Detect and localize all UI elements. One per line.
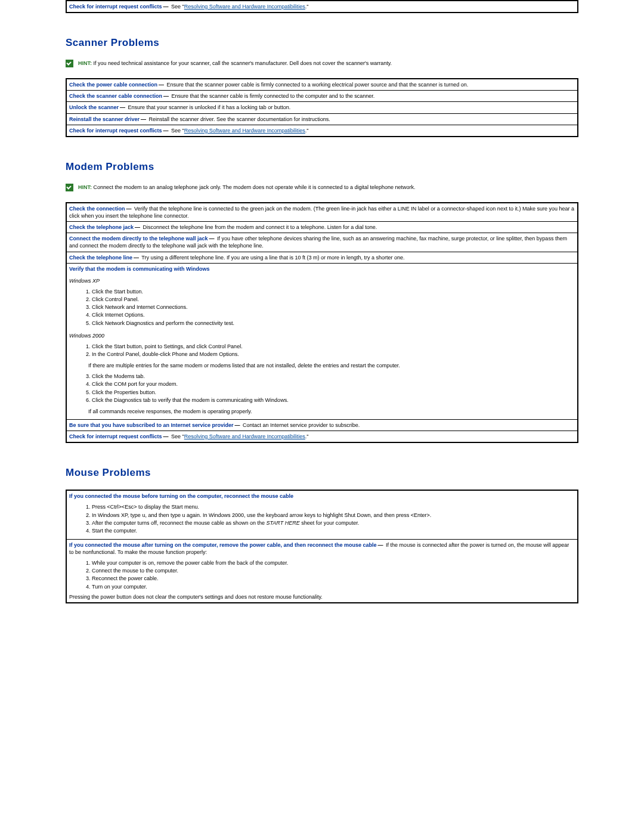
- table-row: Verify that the modem is communicating w…: [66, 263, 578, 419]
- list-item: Click Network and Internet Connections.: [92, 304, 575, 311]
- table-row: Check the power cable connection— Ensure…: [66, 79, 578, 91]
- mouse-r2-steps: While your computer is on, remove the po…: [69, 559, 575, 591]
- w2k-steps-b: Click the Modems tab. Click the COM port…: [69, 373, 575, 404]
- list-item: Turn on your computer.: [92, 583, 575, 591]
- hint-text: If you need technical assistance for you…: [92, 60, 392, 66]
- modem-hint: HINT: Connect the modem to an analog tel…: [66, 184, 578, 191]
- top-orphan-table: Check for interrupt request conflicts— S…: [66, 0, 578, 13]
- list-item: Press <Ctrl><Esc> to display the Start m…: [92, 503, 575, 511]
- scanner-hint: HINT: If you need technical assistance f…: [66, 60, 578, 67]
- xp-steps: Click the Start button. Click Control Pa…: [69, 288, 575, 327]
- list-item: Click the Diagnostics tab to verify that…: [92, 397, 575, 404]
- list-item: After the computer turns off, reconnect …: [92, 519, 575, 527]
- mouse-heading: Mouse Problems: [66, 467, 578, 479]
- scanner-table: Check the power cable connection— Ensure…: [66, 78, 578, 137]
- mouse-r2-tail: Pressing the power button does not clear…: [69, 593, 575, 600]
- table-row: Check the scanner cable connection— Ensu…: [66, 91, 578, 102]
- windows-xp-label: Windows XP: [69, 277, 575, 284]
- orphan-title: Check for interrupt request conflicts: [69, 4, 162, 10]
- verify-modem-title: Verify that the modem is communicating w…: [69, 265, 575, 272]
- table-row: Connect the modem directly to the teleph…: [66, 233, 578, 252]
- table-row: Check the telephone line— Try using a di…: [66, 252, 578, 263]
- mouse-r1-title: If you connected the mouse before turnin…: [69, 493, 575, 500]
- hint-check-icon: [66, 60, 73, 67]
- hint-label: HINT:: [78, 184, 92, 190]
- table-row: If you connected the mouse after turning…: [66, 539, 578, 602]
- table-row: Reinstall the scanner driver— Reinstall …: [66, 113, 578, 125]
- mouse-r2-title: If you connected the mouse after turning…: [69, 542, 377, 548]
- table-row: Check for interrupt request conflicts— S…: [66, 125, 578, 137]
- table-row: Be sure that you have subscribed to an I…: [66, 419, 578, 431]
- list-item: In the Control Panel, double-click Phone…: [92, 351, 575, 358]
- incompat-link[interactable]: Resolving Software and Hardware Incompat…: [184, 433, 305, 439]
- table-row: Unlock the scanner— Ensure that your sca…: [66, 102, 578, 113]
- list-item: Reconnect the power cable.: [92, 575, 575, 583]
- list-item: Click the Start button, point to Setting…: [92, 343, 575, 351]
- scanner-heading: Scanner Problems: [66, 37, 578, 49]
- start-here-italic: START HERE: [267, 520, 300, 526]
- list-item: Click Internet Options.: [92, 311, 575, 319]
- list-item: Start the computer.: [92, 527, 575, 535]
- incompat-link[interactable]: Resolving Software and Hardware Incompat…: [184, 4, 305, 10]
- w2k-steps-a: Click the Start button, point to Setting…: [69, 343, 575, 358]
- orphan-row: Check for interrupt request conflicts— S…: [66, 1, 578, 13]
- list-item: Click the Start button.: [92, 288, 575, 296]
- mouse-r1-steps: Press <Ctrl><Esc> to display the Start m…: [69, 503, 575, 535]
- list-item: While your computer is on, remove the po…: [92, 559, 575, 567]
- list-item: Connect the mouse to the computer.: [92, 567, 575, 575]
- w2k-note-b: If all commands receive responses, the m…: [88, 408, 575, 415]
- list-item: In Windows XP, type u, and then type u a…: [92, 512, 575, 519]
- list-item: Click Network Diagnostics and perform th…: [92, 320, 575, 327]
- modem-table: Check the connection— Verify that the te…: [66, 202, 578, 443]
- table-row: Check the telephone jack— Disconnect the…: [66, 222, 578, 233]
- w2k-note-a: If there are multiple entries for the sa…: [88, 362, 575, 369]
- hint-check-icon: [66, 184, 73, 191]
- incompat-link[interactable]: Resolving Software and Hardware Incompat…: [184, 128, 305, 134]
- table-row: If you connected the mouse before turnin…: [66, 490, 578, 539]
- mouse-table: If you connected the mouse before turnin…: [66, 490, 578, 603]
- list-item: Click the Properties button.: [92, 389, 575, 397]
- windows-2000-label: Windows 2000: [69, 332, 575, 339]
- table-row: Check for interrupt request conflicts— S…: [66, 431, 578, 443]
- hint-label: HINT:: [78, 60, 92, 66]
- hint-text: Connect the modem to an analog telephone…: [92, 184, 416, 190]
- list-item: Click Control Panel.: [92, 296, 575, 304]
- list-item: Click the COM port for your modem.: [92, 380, 575, 388]
- list-item: Click the Modems tab.: [92, 373, 575, 380]
- table-row: Check the connection— Verify that the te…: [66, 203, 578, 222]
- modem-heading: Modem Problems: [66, 161, 578, 173]
